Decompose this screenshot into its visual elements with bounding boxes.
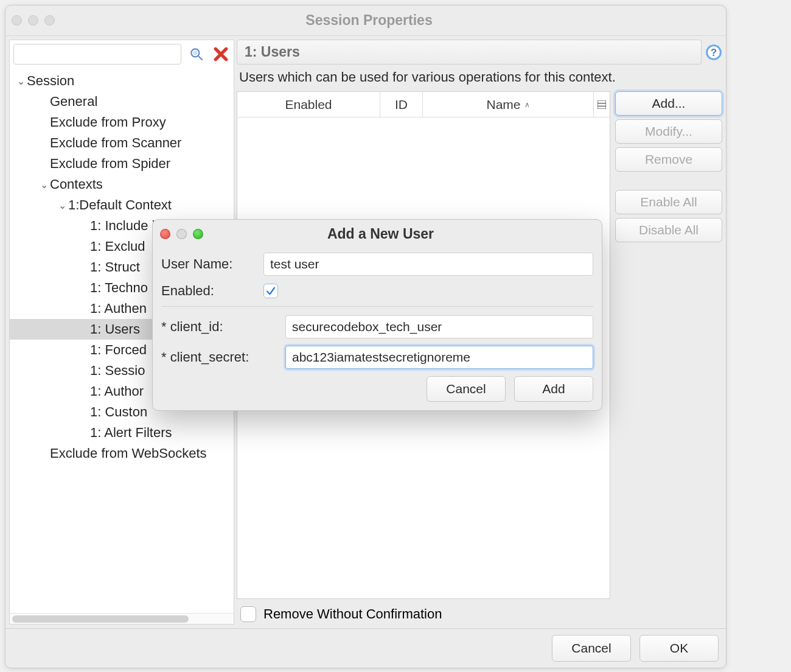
row-client-secret: * client_secret: bbox=[161, 346, 593, 369]
row-user-name: User Name: bbox=[161, 253, 593, 276]
clear-search-icon[interactable] bbox=[212, 45, 230, 63]
titlebar: Session Properties bbox=[5, 5, 726, 36]
remove-confirm-row: Remove Without Confirmation bbox=[237, 603, 722, 625]
traffic-close-icon[interactable] bbox=[12, 15, 22, 26]
tree-item-18[interactable]: Exclude from WebSockets bbox=[10, 443, 234, 464]
dialog-traffic-lights bbox=[160, 229, 203, 239]
enable-all-button[interactable]: Enable All bbox=[615, 190, 722, 214]
remove-confirm-checkbox[interactable] bbox=[240, 606, 256, 622]
chevron-down-icon: ⌄ bbox=[56, 200, 68, 211]
tree-item-label: 1: Custon bbox=[90, 404, 147, 420]
tree-item-17[interactable]: 1: Alert Filters bbox=[10, 422, 234, 443]
tree-item-3[interactable]: Exclude from Scanner bbox=[10, 133, 234, 153]
main-header-row: 1: Users ? bbox=[237, 40, 722, 65]
enabled-checkbox[interactable] bbox=[263, 284, 278, 298]
panel-title: 1: Users bbox=[237, 40, 702, 65]
dialog-title: Add a New User bbox=[203, 226, 558, 242]
dialog-zoom-icon[interactable] bbox=[193, 229, 203, 239]
tree-item-label: General bbox=[50, 94, 97, 110]
tree-item-6[interactable]: ⌄1:Default Context bbox=[10, 195, 234, 215]
tree-item-label: Exclude from Scanner bbox=[50, 135, 181, 151]
traffic-minimize-icon[interactable] bbox=[28, 15, 38, 26]
dialog-close-icon[interactable] bbox=[160, 229, 170, 239]
row-client-id: * client_id: bbox=[161, 315, 593, 338]
tree-item-label: 1:Default Context bbox=[68, 197, 172, 213]
svg-rect-8 bbox=[598, 100, 606, 109]
window-title: Session Properties bbox=[55, 12, 683, 29]
col-name[interactable]: Name ∧ bbox=[423, 92, 594, 117]
column-selector-icon[interactable] bbox=[594, 92, 610, 117]
button-column: Add... Modify... Remove Enable All Disab… bbox=[615, 91, 722, 599]
add-user-dialog: Add a New User User Name: Enabled: * cli… bbox=[152, 219, 602, 411]
tree-item-label: 1: Struct bbox=[90, 259, 140, 275]
sidebar-search-row bbox=[10, 40, 234, 68]
label-client-secret: * client_secret: bbox=[161, 349, 277, 365]
col-enabled[interactable]: Enabled bbox=[237, 92, 380, 117]
disable-all-button[interactable]: Disable All bbox=[615, 218, 722, 242]
tree-item-label: 1: Sessio bbox=[90, 363, 145, 379]
dialog-cancel-button[interactable]: Cancel bbox=[427, 376, 506, 402]
tree-item-4[interactable]: Exclude from Spider bbox=[10, 153, 234, 174]
tree-item-label: 1: Exclud bbox=[90, 239, 145, 254]
dialog-titlebar: Add a New User bbox=[153, 220, 602, 248]
tree-item-2[interactable]: Exclude from Proxy bbox=[10, 112, 234, 133]
cancel-button[interactable]: Cancel bbox=[552, 635, 631, 662]
dialog-actions: Cancel Add bbox=[153, 376, 602, 402]
tree-item-label: 1: Techno bbox=[90, 280, 148, 296]
table-header: Enabled ID Name ∧ bbox=[237, 92, 610, 117]
tree-item-label: 1: Users bbox=[90, 321, 140, 337]
col-id[interactable]: ID bbox=[380, 92, 423, 117]
remove-confirm-label: Remove Without Confirmation bbox=[263, 606, 442, 622]
col-name-label: Name bbox=[486, 97, 520, 112]
tree-item-label: Exclude from Spider bbox=[50, 156, 170, 172]
client-id-field[interactable] bbox=[285, 315, 593, 338]
tree-item-label: Exclude from Proxy bbox=[50, 114, 166, 130]
tree-item-label: Exclude from WebSockets bbox=[50, 446, 207, 461]
label-client-id: * client_id: bbox=[161, 319, 277, 335]
chevron-down-icon: ⌄ bbox=[38, 179, 50, 191]
ok-button[interactable]: OK bbox=[639, 635, 719, 662]
tree-item-label: 1: Authen bbox=[90, 301, 147, 317]
sidebar-h-scrollbar[interactable] bbox=[10, 613, 234, 624]
panel-description: Users which can be used for various oper… bbox=[237, 68, 722, 88]
label-user-name: User Name: bbox=[161, 256, 255, 272]
chevron-down-icon: ⌄ bbox=[15, 75, 27, 87]
add-button[interactable]: Add... bbox=[615, 91, 722, 116]
help-icon[interactable]: ? bbox=[705, 44, 722, 61]
traffic-lights bbox=[12, 15, 55, 26]
dialog-add-button[interactable]: Add bbox=[514, 376, 593, 402]
modify-button[interactable]: Modify... bbox=[615, 119, 722, 144]
traffic-zoom-icon[interactable] bbox=[44, 15, 55, 26]
remove-button[interactable]: Remove bbox=[615, 147, 722, 172]
tree-item-5[interactable]: ⌄Contexts bbox=[10, 174, 234, 195]
sort-asc-icon: ∧ bbox=[524, 100, 530, 109]
search-icon[interactable] bbox=[187, 45, 206, 63]
search-input[interactable] bbox=[13, 44, 181, 65]
tree-item-label: 1: Alert Filters bbox=[90, 425, 172, 441]
scrollbar-thumb[interactable] bbox=[12, 615, 189, 623]
dialog-footer: Cancel OK bbox=[5, 628, 726, 668]
tree-item-label: Session bbox=[27, 73, 74, 89]
dialog-body: User Name: Enabled: * client_id: * clien… bbox=[153, 248, 602, 369]
client-secret-field[interactable] bbox=[285, 346, 593, 369]
tree-item-0[interactable]: ⌄Session bbox=[10, 71, 234, 91]
label-enabled: Enabled: bbox=[161, 283, 255, 299]
user-name-field[interactable] bbox=[263, 253, 593, 276]
svg-text:?: ? bbox=[711, 46, 717, 57]
row-enabled: Enabled: bbox=[161, 283, 593, 299]
svg-line-1 bbox=[198, 56, 203, 60]
tree-item-label: 1: Author bbox=[90, 383, 144, 399]
tree-item-label: 1: Forced bbox=[90, 342, 147, 358]
divider bbox=[161, 306, 593, 307]
dialog-minimize-icon[interactable] bbox=[176, 229, 187, 239]
tree-item-label: Contexts bbox=[50, 177, 103, 192]
svg-point-2 bbox=[193, 51, 198, 55]
tree-item-1[interactable]: General bbox=[10, 91, 234, 112]
